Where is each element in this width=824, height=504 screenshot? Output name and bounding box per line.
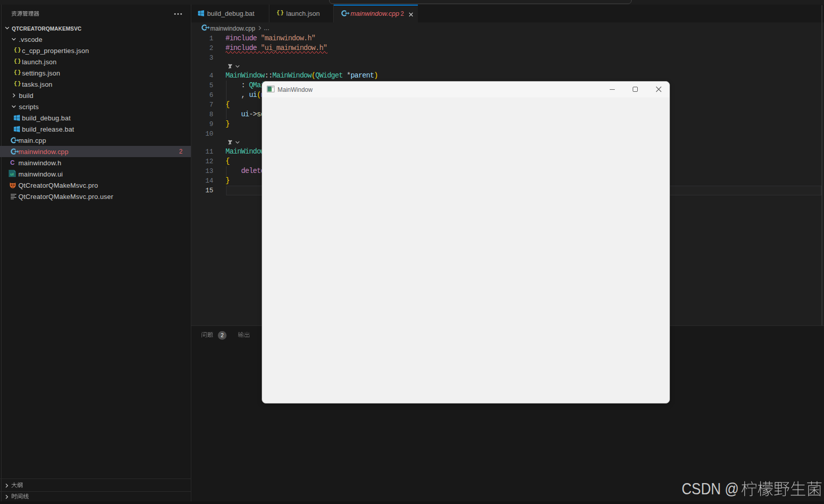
svg-text:ul: ul [10,172,14,177]
